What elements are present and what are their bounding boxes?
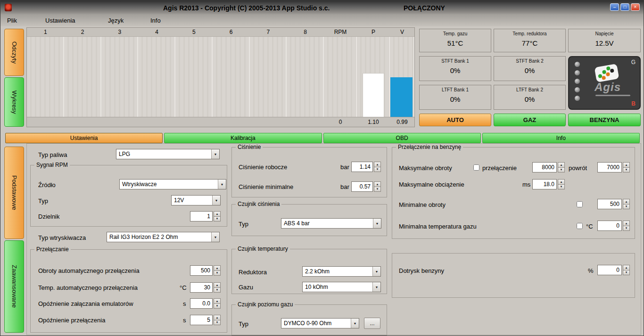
tab-ustawienia[interactable]: Ustawienia [5,133,163,143]
spin-down-icon[interactable]: ▼ [214,217,221,222]
side-tab-wykresy[interactable]: Wykresy [4,77,24,127]
gazu-dropdown[interactable]: 10 kOhm ▼ [302,282,381,292]
benzyna-button[interactable]: BENZYNA [568,114,641,126]
chevron-down-icon[interactable]: ▼ [372,282,380,292]
reduktora-dropdown[interactable]: 2.2 kOhm ▼ [302,266,381,277]
app-icon [5,4,12,11]
temp-auto-spinner: ▲▼ [190,282,221,293]
dropdown-value: Rail IG3 Horizon E2 2 Ohm [107,234,211,240]
emulatory-unit: s [183,300,186,307]
spin-down-icon[interactable]: ▼ [623,205,630,210]
rpm-typ-dropdown[interactable]: 12V ▼ [171,195,221,205]
spin-up-icon[interactable]: ▲ [623,162,630,168]
menu-item-ustawienia[interactable]: Ustawienia [45,17,75,24]
dropdown-value: 12V [172,197,212,204]
spin-down-icon[interactable]: ▼ [374,187,381,192]
chevron-down-icon[interactable]: ▼ [211,149,219,159]
przelaczenie-checkbox[interactable] [473,164,479,171]
cisnienie-minimalne-input[interactable] [351,181,373,192]
min-temp-unit: °C [586,223,593,230]
spin-up-icon[interactable]: ▲ [374,181,381,187]
chart-column-rpm [324,37,357,117]
spin-down-icon[interactable]: ▼ [623,270,630,276]
spin-up-icon[interactable]: ▲ [214,265,221,271]
chart-body [27,37,414,117]
menu-item-plik[interactable]: Plik [7,17,17,24]
spin-down-icon[interactable]: ▼ [214,320,221,326]
spin-up-icon[interactable]: ▲ [214,298,221,304]
chevron-down-icon[interactable]: ▼ [211,232,219,242]
spin-up-icon[interactable]: ▲ [214,315,221,320]
spin-down-icon[interactable]: ▼ [558,185,565,190]
cisnienie-robocze-input[interactable] [351,162,373,172]
obroty-auto-label: Obroty automatycznego przełączenia [38,267,140,274]
spin-up-icon[interactable]: ▲ [623,221,630,226]
chevron-down-icon[interactable]: ▼ [212,196,220,205]
tab-obd[interactable]: OBD [323,133,481,143]
obroty-auto-input[interactable] [190,265,213,276]
side-tab-odczyty[interactable]: Odczyty [4,29,24,76]
czujnik-poziomu-dropdown[interactable]: DYMCO 0-90 Ohm ▼ [281,318,359,328]
przelaczenie-input[interactable] [532,162,557,172]
title-bar: Agis R2013 - Copyright (C) 2005-2013 App… [0,0,644,15]
spin-up-icon[interactable]: ▲ [214,282,221,288]
min-obroty-input[interactable] [597,199,622,209]
spin-down-icon[interactable]: ▼ [214,288,221,293]
min-temp-input[interactable] [597,221,622,231]
side-tab-podstawowe[interactable]: Podstawowe [4,147,24,239]
opoznienie-input[interactable] [190,315,213,325]
min-temp-spinner: ▲▼ [597,221,630,231]
menu-item-jezyk[interactable]: Język [108,17,124,24]
emulatory-input[interactable] [190,298,213,309]
typ-wtryskiwacza-label: Typ wtryskiwacza [38,234,86,241]
spin-down-icon[interactable]: ▼ [623,168,630,173]
chevron-down-icon[interactable]: ▼ [218,180,226,189]
reading-label: STFT Bank 2 [494,58,565,64]
dzielnik-label: Dzielnik [38,213,60,220]
menu-item-info[interactable]: Info [150,17,161,24]
spin-down-icon[interactable]: ▼ [214,271,221,276]
chevron-down-icon[interactable]: ▼ [351,319,359,328]
side-tab-zaawansowane[interactable]: Zaawansowane [4,240,24,333]
spin-up-icon[interactable]: ▲ [558,179,565,185]
restore-button[interactable]: □ [620,3,629,11]
group-title: Sygnał RPM [34,162,70,168]
czujnik-cisnienia-dropdown[interactable]: ABS 4 bar ▼ [281,218,381,229]
gaz-button[interactable]: GAZ [494,114,566,126]
maks-obciazenie-input[interactable] [532,179,557,189]
spin-up-icon[interactable]: ▲ [558,162,565,168]
tab-kalibracja[interactable]: Kalibracja [164,133,322,143]
min-obroty-checkbox[interactable] [577,201,583,207]
dzielnik-input[interactable] [190,211,213,221]
chart-col-header-p: P [357,28,390,36]
spin-up-icon[interactable]: ▲ [623,199,630,205]
spin-down-icon[interactable]: ▼ [214,304,221,309]
minimize-button[interactable]: – [610,3,619,11]
temp-auto-input[interactable] [190,282,213,293]
min-temp-label: Minimalna temperatura gazu [399,223,477,230]
chevron-down-icon[interactable]: ▼ [373,219,381,228]
spin-down-icon[interactable]: ▼ [374,167,381,172]
tab-info[interactable]: Info [482,133,640,143]
spin-up-icon[interactable]: ▲ [214,211,221,217]
spin-down-icon[interactable]: ▼ [623,226,630,231]
typ-paliwa-dropdown[interactable]: LPG ▼ [116,149,220,159]
typ-wtryskiwacza-dropdown[interactable]: Rail IG3 Horizon E2 2 Ohm ▼ [107,232,220,242]
spin-up-icon[interactable]: ▲ [374,162,381,167]
spin-up-icon[interactable]: ▲ [623,265,630,270]
spin-down-icon[interactable]: ▼ [558,168,565,173]
chevron-down-icon[interactable]: ▼ [372,267,380,276]
auto-button[interactable]: AUTO [419,114,491,126]
chart-column-v [390,37,414,117]
czujnik-poziomu-more-button[interactable]: ... [364,318,380,329]
close-button[interactable]: × [631,3,640,11]
chart-header-row: 1 2 3 4 5 6 7 8 RPM P V [27,28,414,37]
dotrysk-spinner: ▲▼ [597,265,630,275]
powrot-input[interactable] [597,162,622,172]
min-temp-checkbox[interactable] [577,223,583,229]
dotrysk-input[interactable] [597,265,622,275]
przelaczenie-label: przełączenie [482,164,517,172]
group-title: Ciśnienie [236,144,263,150]
zrodlo-dropdown[interactable]: Wtryskiwacze ▼ [119,179,226,189]
reading-label: Temp. gazu [420,31,491,36]
